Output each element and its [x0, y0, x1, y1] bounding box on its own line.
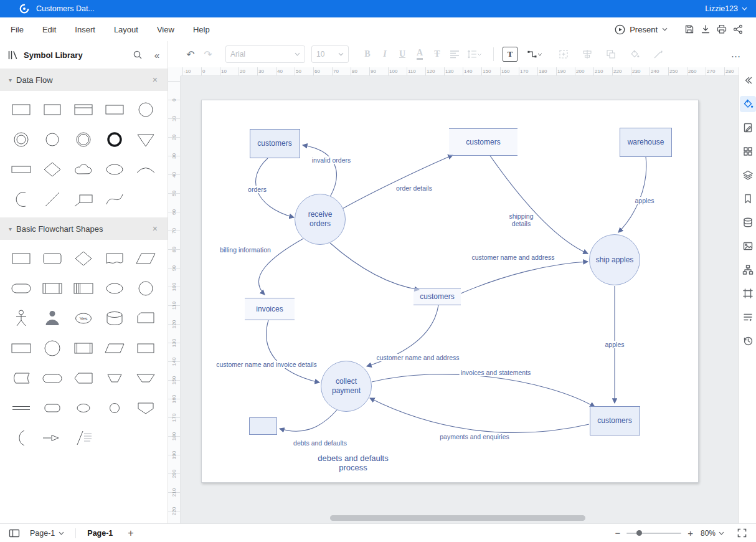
download-button[interactable] [697, 21, 714, 37]
shape-s-curve[interactable] [100, 184, 130, 214]
align-objects-button[interactable] [579, 45, 596, 63]
shape-pentagon-down[interactable] [131, 393, 161, 422]
section-header-data-flow[interactable]: ▾Data Flow× [0, 69, 168, 91]
shape-diagonal-line[interactable] [37, 184, 67, 214]
shape-rectangle[interactable] [6, 95, 36, 124]
strikethrough-button[interactable]: T [428, 45, 446, 63]
menu-insert[interactable]: Insert [75, 25, 95, 34]
collapse-panel-icon[interactable]: « [154, 50, 159, 60]
shape-ellipse[interactable] [100, 273, 130, 303]
undo-button[interactable]: ↶ [182, 45, 199, 63]
node-ship-apples[interactable]: ship apples [589, 234, 640, 285]
edge-label-invoices-and-statements[interactable]: invoices and statements [460, 369, 532, 376]
shape-diamond[interactable] [69, 244, 98, 273]
shape-double-bar-rect[interactable] [69, 333, 98, 363]
edge-label-customer-name-and-address[interactable]: customer name and address [375, 354, 460, 361]
shape-triangle-down[interactable] [131, 125, 161, 154]
node-customers[interactable]: customers [250, 129, 300, 158]
connector-tool-button[interactable] [522, 45, 546, 63]
section-close-icon[interactable]: × [153, 75, 158, 85]
shape-circle[interactable] [131, 273, 161, 303]
layers-icon[interactable] [740, 167, 756, 183]
zoom-out-button[interactable]: − [612, 528, 623, 538]
bold-button[interactable]: B [359, 45, 376, 63]
font-color-button[interactable]: A [411, 45, 428, 63]
share-button[interactable] [730, 21, 746, 37]
shape-yes-oval[interactable]: Yes [69, 303, 98, 333]
menu-edit[interactable]: Edit [42, 25, 56, 34]
org-chart-icon[interactable] [740, 262, 756, 278]
edge-label-shipping-details[interactable]: shipping details [508, 212, 534, 227]
shape-divided-rectangle[interactable] [69, 95, 98, 124]
edge-label-payments-and-enquiries[interactable]: payments and enquiries [438, 433, 511, 440]
shape-striped-rectangle[interactable] [69, 273, 98, 303]
shape-document[interactable] [100, 244, 130, 273]
user-menu[interactable]: Lizzie123 [705, 4, 747, 13]
shape-person[interactable] [37, 303, 67, 333]
section-header-basic-flowchart-shapes[interactable]: ▾Basic Flowchart Shapes× [0, 217, 168, 240]
shape-display[interactable] [69, 363, 98, 392]
shape-rounded-wide[interactable] [37, 363, 67, 392]
history-icon[interactable] [740, 333, 756, 349]
edge-label-order-details[interactable]: order details [395, 184, 433, 192]
canvas[interactable]: customerscustomerswarehousereceive order… [181, 76, 739, 523]
edge-label-apples[interactable]: apples [634, 197, 656, 204]
edge-label-debts-and-defaults[interactable]: debts and defaults [292, 439, 348, 447]
image-icon[interactable] [740, 238, 756, 254]
shape-small-rectangle[interactable] [131, 333, 161, 363]
shape-rectangle-3[interactable] [100, 95, 130, 124]
shape-stored-data[interactable] [6, 363, 36, 392]
edge-label-customer-name-and-invoice-details[interactable]: customer name and invoice details [215, 361, 318, 368]
edge-label-orders[interactable]: orders [247, 186, 268, 193]
shape-terminator[interactable] [6, 273, 36, 303]
text-tool-button[interactable]: T [501, 45, 519, 63]
shape-trapezoid-down-wide[interactable] [131, 363, 161, 392]
shape-ellipse[interactable] [100, 155, 130, 184]
shape-rounded-small[interactable] [37, 393, 67, 422]
add-page-button[interactable]: + [128, 528, 133, 538]
database-icon[interactable] [740, 214, 756, 231]
shape-line-arrow[interactable] [37, 423, 67, 452]
underline-button[interactable]: U [394, 45, 411, 63]
shape-cylinder[interactable] [100, 303, 130, 333]
font-size-select[interactable]: 10 [311, 45, 349, 63]
more-options-button[interactable]: … [727, 45, 745, 63]
group-button[interactable] [602, 45, 620, 63]
shape-diamond[interactable] [37, 155, 67, 184]
shape-small-ellipse[interactable] [69, 393, 98, 422]
node-receive-orders[interactable]: receive orders [295, 194, 346, 245]
node-blank[interactable] [249, 417, 277, 435]
frame-icon[interactable] [740, 285, 756, 302]
line-style-button[interactable] [650, 45, 667, 63]
line-spacing-button[interactable] [463, 45, 486, 63]
present-button[interactable]: Present [615, 24, 668, 35]
shape-parallelogram[interactable] [131, 244, 161, 273]
shape-cloud[interactable] [69, 155, 98, 184]
page-tab-active[interactable]: Page-1 [87, 529, 113, 538]
outline-icon[interactable] [740, 309, 756, 325]
shape-rounded-rectangle[interactable] [37, 244, 67, 273]
fullscreen-button[interactable] [737, 528, 747, 538]
node-customers[interactable]: customers [449, 128, 517, 156]
shape-card[interactable] [131, 303, 161, 333]
edge-label-billing-information[interactable]: billing information [219, 246, 272, 254]
page-selector[interactable]: Page-1 [30, 529, 64, 538]
shape-wide-rectangle[interactable] [6, 333, 36, 363]
edge-label-invalid-orders[interactable]: invalid orders [311, 156, 352, 164]
insert-container-button[interactable] [555, 45, 572, 63]
expand-panel-icon[interactable] [740, 72, 756, 88]
shape-callout-rect[interactable] [69, 184, 98, 214]
symbol-library-icon[interactable] [740, 143, 756, 159]
menu-view[interactable]: View [157, 25, 174, 34]
italic-button[interactable]: I [376, 45, 394, 63]
shape-predefined-process[interactable] [37, 273, 67, 303]
zoom-slider-thumb[interactable] [636, 530, 642, 536]
page-format-icon[interactable] [740, 120, 756, 136]
redo-button[interactable]: ↷ [199, 45, 217, 63]
zoom-slider[interactable] [626, 529, 681, 538]
save-button[interactable] [681, 21, 697, 37]
shape-trapezoid-down[interactable] [100, 363, 130, 392]
node-customers[interactable]: customers [590, 406, 640, 435]
menu-help[interactable]: Help [193, 25, 210, 34]
diagram-caption[interactable]: debets and defaults process [318, 454, 388, 472]
